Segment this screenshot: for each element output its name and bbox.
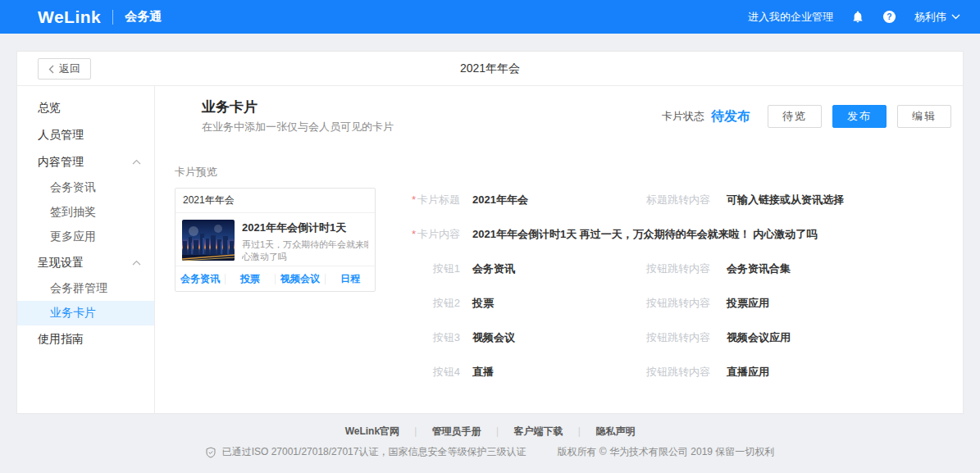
card-status-label: 卡片状态 [662,109,704,124]
sidebar-item-user-guide[interactable]: 使用指南 [17,325,154,352]
sidebar-item-more-apps[interactable]: 更多应用 [17,225,154,249]
field-label: 按钮3 [362,329,460,347]
certification-text: 已通过ISO 27001/27018/27017认证，国家信息安全等级保护三级认… [222,445,526,459]
preview-card: 2021年年会 [175,188,376,292]
card-config-form: *卡片标题 2021年年会 标题跳转内容 可输入链接或从资讯选择 *卡片内容 2… [362,191,960,398]
sidebar-item-checkin-lottery[interactable]: 签到抽奖 [17,200,154,225]
chevron-down-icon [951,14,960,20]
field-label: *卡片标题 [362,191,460,209]
field-value: 视频会议应用 [727,329,791,347]
sidebar-item-conference-info[interactable]: 会务资讯 [17,175,154,200]
card-status-value: 待发布 [711,108,750,125]
content-area: 业务卡片 在业务中添加一张仅与会人员可见的卡片 卡片状态 待发布 待览 发布 编… [155,86,963,414]
page-title: 2021年年会 [17,52,963,86]
user-menu[interactable]: 杨利伟 [914,10,960,25]
section-title: 业务卡片 [202,98,258,116]
sidebar-item-overview[interactable]: 总览 [17,94,154,121]
field-label: 按钮4 [362,363,460,381]
preview-card-desc-line2: 心激动了吗 [242,251,368,261]
sidebar-item-personnel[interactable]: 人员管理 [17,121,154,148]
field-value: 直播 [472,363,494,381]
field-value: 2021年年会倒计时1天 再过一天，万众期待的年会就来啦！ 内心激动了吗 [472,225,817,243]
form-row-button4: 按钮4 直播 按钮跳转内容 直播应用 [362,363,960,381]
top-app-bar: WeLink 会务通 进入我的企业管理 ? 杨利伟 [0,0,980,34]
preview-button[interactable]: 待览 [768,105,822,128]
form-row-card-content: *卡片内容 2021年年会倒计时1天 再过一天，万众期待的年会就来啦！ 内心激动… [362,225,960,243]
welink-logo: WeLink [38,7,101,27]
field-value: 投票应用 [727,294,769,312]
sidebar-group-display-settings[interactable]: 呈现设置 [17,249,154,276]
field-value: 可输入链接或从资讯选择 [727,191,844,209]
username: 杨利伟 [914,10,946,25]
edit-button[interactable]: 编辑 [897,105,951,128]
certification-shield-icon [206,447,216,458]
footer-link-client-download[interactable]: 客户端下载 [514,425,563,439]
preview-card-header: 2021年年会 [175,189,375,213]
preview-card-tabs: 会务资讯 投票 视频会议 日程 [175,266,375,291]
field-value: 视频会议 [472,329,515,347]
sidebar-nav: 总览 人员管理 内容管理 会务资讯 签到抽奖 更多应用 呈现设置 [17,86,155,414]
product-name: 会务通 [125,9,162,25]
field-label: 按钮跳转内容 [595,294,710,312]
card-actions: 卡片状态 待发布 待览 发布 编辑 [662,105,951,128]
enterprise-manage-link[interactable]: 进入我的企业管理 [748,10,833,25]
section-subtitle: 在业务中添加一张仅与会人员可见的卡片 [202,120,394,134]
field-label: *卡片内容 [362,225,460,243]
panel-header: 返回 2021年年会 [17,52,963,86]
footer-link-official-site[interactable]: WeLink官网 [345,425,399,439]
form-row-button3: 按钮3 视频会议 按钮跳转内容 视频会议应用 [362,329,960,347]
copyright-text: 版权所有 © 华为技术有限公司 2019 保留一切权利 [557,445,774,459]
form-row-button1: 按钮1 会务资讯 按钮跳转内容 会务资讯合集 [362,260,960,278]
publish-button[interactable]: 发布 [832,105,887,128]
field-value: 直播应用 [727,363,769,381]
form-row-button2: 按钮2 投票 按钮跳转内容 投票应用 [362,294,960,312]
sidebar-group-content-mgmt[interactable]: 内容管理 [17,148,154,175]
chevron-up-icon [132,159,141,165]
footer-link-privacy[interactable]: 隐私声明 [595,425,635,439]
main-panel: 返回 2021年年会 总览 人员管理 内容管理 会务资讯 签到抽奖 [16,51,964,414]
field-label: 按钮2 [362,294,460,312]
footer-link-admin-manual[interactable]: 管理员手册 [432,425,481,439]
field-label: 按钮跳转内容 [595,363,710,381]
card-tab-vote[interactable]: 投票 [226,272,275,286]
card-tab-conference-info[interactable]: 会务资讯 [175,272,225,286]
preview-card-title: 2021年年会倒计时1天 [242,221,368,235]
form-row-card-title: *卡片标题 2021年年会 标题跳转内容 可输入链接或从资讯选择 [362,191,960,209]
card-preview-label: 卡片预览 [175,165,217,180]
help-icon[interactable]: ? [882,10,896,24]
sidebar-item-business-card[interactable]: 业务卡片 [17,301,154,325]
sidebar-item-conference-group[interactable]: 会务群管理 [17,276,154,301]
field-label: 按钮跳转内容 [595,329,710,347]
field-label: 按钮跳转内容 [595,260,710,278]
logo-divider [112,10,113,25]
field-value: 2021年年会 [472,191,528,209]
field-label: 标题跳转内容 [595,191,710,209]
card-thumbnail-image [182,220,235,261]
chevron-up-icon [132,260,141,266]
card-tab-video-meeting[interactable]: 视频会议 [276,272,325,286]
field-label: 按钮1 [362,260,460,278]
notification-bell-icon[interactable] [851,10,864,24]
field-value: 会务资讯 [472,260,515,278]
svg-text:?: ? [887,12,891,21]
preview-card-desc-line1: 再过1天，万众期待的年会就来啦！ [242,239,368,251]
page-footer: WeLink官网 ｜ 管理员手册 ｜ 客户端下载 ｜ 隐私声明 已通过ISO 2… [0,423,980,459]
field-value: 投票 [472,294,494,312]
field-value: 会务资讯合集 [727,260,791,278]
